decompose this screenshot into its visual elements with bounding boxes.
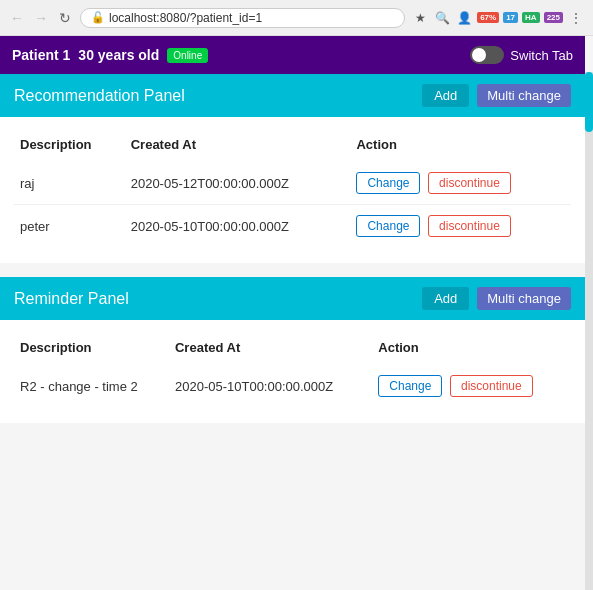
rem-row1-created-at: 2020-05-10T00:00:00.000Z: [169, 365, 372, 407]
rec-row2-discontinue-button[interactable]: discontinue: [428, 215, 511, 237]
patient-info: Patient 1 30 years old Online: [12, 47, 208, 63]
rem-col-action: Action: [372, 332, 571, 365]
rec-row2-actions: Change discontinue: [350, 205, 571, 248]
rem-col-created-at: Created At: [169, 332, 372, 365]
scrollbar-thumb[interactable]: [585, 72, 593, 132]
rem-row1-actions: Change discontinue: [372, 365, 571, 407]
rem-col-description: Description: [14, 332, 169, 365]
search-icon[interactable]: 🔍: [433, 9, 451, 27]
star-icon[interactable]: ★: [411, 9, 429, 27]
rec-row1-description: raj: [14, 162, 125, 205]
menu-icon[interactable]: ⋮: [567, 9, 585, 27]
ext-badge-1: 67%: [477, 12, 499, 23]
rec-row1-created-at: 2020-05-12T00:00:00.000Z: [125, 162, 351, 205]
patient-name: Patient 1: [12, 47, 70, 63]
recommendation-panel: Recommendation Panel Add Multi change De…: [0, 74, 585, 263]
scrollbar-track[interactable]: [585, 72, 593, 590]
url-text: localhost:8080/?patient_id=1: [109, 11, 262, 25]
lock-icon: 🔓: [91, 11, 105, 24]
reminder-panel: Reminder Panel Add Multi change Descript…: [0, 277, 585, 423]
profile-icon[interactable]: 👤: [455, 9, 473, 27]
rec-row1-actions: Change discontinue: [350, 162, 571, 205]
table-row: peter 2020-05-10T00:00:00.000Z Change di…: [14, 205, 571, 248]
rec-row2-change-button[interactable]: Change: [356, 215, 420, 237]
reminder-table: Description Created At Action R2 - chang…: [14, 332, 571, 407]
switch-tab-toggle[interactable]: [470, 46, 504, 64]
rec-col-created-at: Created At: [125, 129, 351, 162]
reminder-multi-change-button[interactable]: Multi change: [477, 287, 571, 310]
rec-row1-change-button[interactable]: Change: [356, 172, 420, 194]
recommendation-table-wrapper: Description Created At Action raj 2020-0…: [0, 117, 585, 263]
browser-toolbar: ★ 🔍 👤 67% 17 HA 225 ⋮: [411, 9, 585, 27]
page-content: Patient 1 30 years old Online Switch Tab…: [0, 36, 585, 437]
switch-tab-area: Switch Tab: [470, 46, 573, 64]
rem-row1-description: R2 - change - time 2: [14, 365, 169, 407]
reminder-panel-actions: Add Multi change: [422, 287, 571, 310]
reminder-panel-header: Reminder Panel Add Multi change: [0, 277, 585, 320]
patient-header: Patient 1 30 years old Online Switch Tab: [0, 36, 585, 74]
recommendation-multi-change-button[interactable]: Multi change: [477, 84, 571, 107]
recommendation-table: Description Created At Action raj 2020-0…: [14, 129, 571, 247]
recommendation-panel-header: Recommendation Panel Add Multi change: [0, 74, 585, 117]
switch-tab-label: Switch Tab: [510, 48, 573, 63]
table-row: R2 - change - time 2 2020-05-10T00:00:00…: [14, 365, 571, 407]
online-badge: Online: [167, 48, 208, 63]
rec-row2-created-at: 2020-05-10T00:00:00.000Z: [125, 205, 351, 248]
ext-badge-2: 17: [503, 12, 518, 23]
reminder-add-button[interactable]: Add: [422, 287, 469, 310]
patient-age: 30 years old: [78, 47, 159, 63]
reminder-table-wrapper: Description Created At Action R2 - chang…: [0, 320, 585, 423]
forward-button[interactable]: →: [32, 9, 50, 27]
reload-button[interactable]: ↻: [56, 9, 74, 27]
ext-badge-4: 225: [544, 12, 563, 23]
rec-col-action: Action: [350, 129, 571, 162]
table-row: raj 2020-05-12T00:00:00.000Z Change disc…: [14, 162, 571, 205]
rec-row2-description: peter: [14, 205, 125, 248]
recommendation-panel-title: Recommendation Panel: [14, 87, 185, 105]
rec-col-description: Description: [14, 129, 125, 162]
browser-chrome: ← → ↻ 🔓 localhost:8080/?patient_id=1 ★ 🔍…: [0, 0, 593, 36]
address-bar[interactable]: 🔓 localhost:8080/?patient_id=1: [80, 8, 405, 28]
recommendation-add-button[interactable]: Add: [422, 84, 469, 107]
reminder-panel-title: Reminder Panel: [14, 290, 129, 308]
back-button[interactable]: ←: [8, 9, 26, 27]
recommendation-panel-actions: Add Multi change: [422, 84, 571, 107]
rem-row1-discontinue-button[interactable]: discontinue: [450, 375, 533, 397]
rem-row1-change-button[interactable]: Change: [378, 375, 442, 397]
rec-row1-discontinue-button[interactable]: discontinue: [428, 172, 511, 194]
ext-badge-3: HA: [522, 12, 540, 23]
